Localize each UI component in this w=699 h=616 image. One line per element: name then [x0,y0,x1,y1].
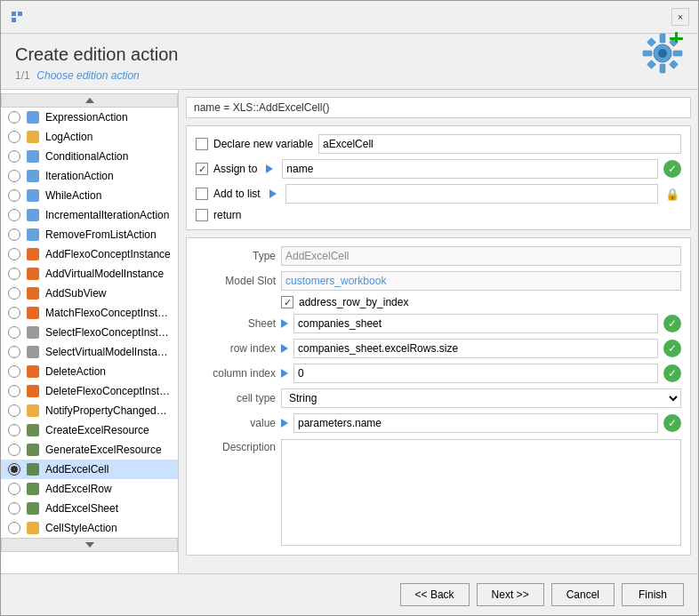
sidebar-item-WhileAction[interactable]: WhileAction [1,186,178,205]
row-index-input[interactable] [293,339,658,358]
add-to-list-checkbox[interactable] [196,188,208,200]
row-index-play-button[interactable] [281,344,288,353]
column-index-valid-icon: ✓ [663,364,681,382]
column-index-label: column index [196,367,276,380]
sidebar-radio-DeleteAction [8,365,20,378]
sidebar-icon-SelectFlexoConceptInstan [26,325,40,340]
back-button[interactable]: << Back [400,583,470,606]
declare-input[interactable] [318,134,681,154]
add-to-list-play-button[interactable] [266,187,280,201]
cancel-button[interactable]: Cancel [551,583,615,606]
sidebar-label-AddExcelCell: AddExcelCell [45,463,108,476]
sheet-input[interactable] [293,314,658,333]
value-label: value [196,417,276,429]
sidebar-icon-AddFlexoConceptInstance [26,247,40,261]
model-slot-row: Model Slot customers_workbook [192,268,685,293]
sidebar-label-CreateExcelResource: CreateExcelResource [45,424,149,436]
sidebar-item-SelectFlexoConceptInstan[interactable]: SelectFlexoConceptInstan... [1,323,178,342]
sidebar-item-AddExcelRow[interactable]: AddExcelRow [1,479,178,499]
sidebar-item-MatchFlexoConceptInstan[interactable]: MatchFlexoConceptInstan... [1,303,178,323]
next-button[interactable]: Next >> [477,583,544,606]
value-play-icon [281,419,288,428]
svg-rect-24 [27,268,39,280]
assign-play-button[interactable] [262,162,277,176]
column-index-play-button[interactable] [281,369,288,378]
return-checkbox[interactable] [196,209,208,221]
add-to-list-input[interactable] [285,184,658,204]
sidebar-label-MatchFlexoConceptInstan: MatchFlexoConceptInstan... [45,307,171,319]
column-index-input[interactable] [293,364,658,383]
sidebar-item-LogAction[interactable]: LogAction [1,127,178,147]
sidebar-item-IterationAction[interactable]: IterationAction [1,166,178,186]
app-icon [10,10,24,24]
assign-label: Assign to [213,163,257,175]
svg-rect-18 [27,150,39,163]
sidebar-item-AddSubView[interactable]: AddSubView [1,284,178,303]
cell-type-row: cell type String Number Boolean Date [192,386,685,411]
address-checkbox-row: address_row_by_index [192,293,685,311]
sidebar-label-IncrementalIterationAction: IncrementalIterationAction [45,209,169,221]
svg-rect-36 [27,502,39,515]
sidebar-icon-AddSubView [26,286,40,300]
scroll-up-button[interactable] [1,93,178,108]
sidebar-radio-ConditionalAction [8,150,20,163]
sidebar-item-CellStyleAction[interactable]: CellStyleAction [1,518,178,538]
value-input[interactable] [293,413,658,433]
sidebar-icon-IterationAction [26,169,40,183]
svg-rect-13 [670,60,679,69]
close-button[interactable]: × [671,8,689,26]
sidebar-item-AddExcelSheet[interactable]: AddExcelSheet [1,499,178,518]
svg-rect-1 [12,12,16,16]
sidebar-label-LogAction: LogAction [45,131,92,143]
type-value: AddExcelCell [281,246,681,266]
svg-rect-25 [27,287,39,300]
sidebar-item-DeleteFlexoConceptInstan[interactable]: DeleteFlexoConceptInstan... [1,381,178,401]
sidebar-item-NotifyPropertyChangedAct[interactable]: NotifyPropertyChangedAct... [1,401,178,420]
scroll-down-button[interactable] [1,538,178,552]
sidebar-radio-MatchFlexoConceptInstan [8,307,20,319]
sidebar-label-GenerateExcelResource: GenerateExcelResource [45,444,162,456]
sidebar-label-DeleteFlexoConceptInstan: DeleteFlexoConceptInstan... [45,385,171,397]
sidebar-radio-IterationAction [8,170,20,182]
sheet-play-button[interactable] [281,319,288,328]
sidebar-item-AddVirtualModelInstance[interactable]: AddVirtualModelInstance [1,264,178,284]
sidebar-item-AddExcelCell[interactable]: AddExcelCell [1,460,178,479]
description-row: Description [192,436,685,549]
sidebar-icon-CreateExcelResource [26,423,40,437]
down-arrow-icon [85,542,94,548]
declare-row: Declare new variable [192,132,685,156]
sidebar-icon-AddExcelRow [26,482,40,496]
sidebar-label-SelectFlexoConceptInstan: SelectFlexoConceptInstan... [45,326,171,339]
sidebar-item-AddFlexoConceptInstance[interactable]: AddFlexoConceptInstance [1,244,178,264]
sidebar-label-AddExcelRow: AddExcelRow [45,483,112,495]
sidebar-item-DeleteAction[interactable]: DeleteAction [1,362,178,381]
sidebar-item-RemoveFromListAction[interactable]: RemoveFromListAction [1,225,178,244]
sidebar-icon-DeleteFlexoConceptInstan [26,384,40,398]
sidebar-icon-CellStyleAction [26,521,40,535]
assign-input[interactable] [282,159,658,179]
sidebar-radio-CellStyleAction [8,522,20,534]
sidebar-item-IncrementalIterationAction[interactable]: IncrementalIterationAction [1,205,178,225]
declare-checkbox[interactable] [196,138,208,150]
address-checkbox[interactable] [281,296,293,308]
sidebar-item-SelectVirtualModelInstan[interactable]: SelectVirtualModelInstan... [1,342,178,362]
sidebar-item-ConditionalAction[interactable]: ConditionalAction [1,147,178,166]
svg-rect-23 [27,248,39,260]
svg-rect-17 [27,131,39,143]
svg-rect-31 [27,404,39,417]
description-textarea[interactable] [281,439,681,546]
sidebar-item-CreateExcelResource[interactable]: CreateExcelResource [1,420,178,440]
svg-rect-21 [27,209,39,221]
assign-checkbox[interactable] [196,163,208,175]
sidebar-label-CellStyleAction: CellStyleAction [45,522,117,534]
sheet-label: Sheet [196,317,276,330]
sidebar-radio-WhileAction [8,189,20,202]
sidebar-icon-ExpressionAction [26,110,40,124]
value-play-button[interactable] [281,419,288,428]
sidebar-item-GenerateExcelResource[interactable]: GenerateExcelResource [1,440,178,460]
add-to-list-label: Add to list [213,188,261,200]
sidebar-item-ExpressionAction[interactable]: ExpressionAction [1,108,178,127]
sidebar-radio-AddSubView [8,287,20,300]
cell-type-select[interactable]: String Number Boolean Date [281,388,681,408]
finish-button[interactable]: Finish [622,583,684,606]
